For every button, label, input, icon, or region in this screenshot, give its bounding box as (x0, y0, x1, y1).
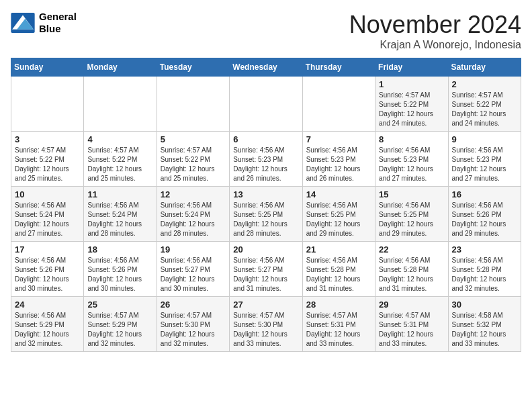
day-number: 14 (306, 189, 371, 199)
calendar-cell: 30Sunrise: 4:58 AM Sunset: 5:32 PM Dayli… (448, 297, 521, 352)
cell-info: Sunrise: 4:57 AM Sunset: 5:22 PM Dayligh… (452, 91, 517, 128)
calendar-cell: 23Sunrise: 4:56 AM Sunset: 5:28 PM Dayli… (448, 242, 521, 297)
cell-info: Sunrise: 4:57 AM Sunset: 5:29 PM Dayligh… (87, 311, 152, 349)
day-number: 4 (87, 134, 152, 144)
calendar-week-4: 17Sunrise: 4:56 AM Sunset: 5:26 PM Dayli… (11, 242, 521, 297)
calendar-week-3: 10Sunrise: 4:56 AM Sunset: 5:24 PM Dayli… (11, 187, 521, 242)
day-number: 13 (233, 189, 298, 199)
day-number: 18 (87, 244, 152, 255)
day-number: 29 (379, 300, 444, 310)
calendar-cell: 17Sunrise: 4:56 AM Sunset: 5:26 PM Dayli… (11, 242, 84, 297)
calendar-cell: 21Sunrise: 4:56 AM Sunset: 5:28 PM Dayli… (302, 242, 375, 297)
calendar-table: SundayMondayTuesdayWednesdayThursdayFrid… (11, 58, 521, 352)
day-number: 17 (15, 244, 80, 255)
day-number: 22 (379, 244, 444, 255)
calendar-cell: 19Sunrise: 4:56 AM Sunset: 5:27 PM Dayli… (157, 242, 229, 297)
day-number: 10 (15, 189, 80, 199)
cell-info: Sunrise: 4:56 AM Sunset: 5:28 PM Dayligh… (452, 256, 517, 293)
day-number: 27 (233, 300, 298, 310)
cell-info: Sunrise: 4:56 AM Sunset: 5:26 PM Dayligh… (87, 256, 152, 293)
day-number: 6 (233, 134, 298, 144)
calendar-cell: 20Sunrise: 4:56 AM Sunset: 5:27 PM Dayli… (230, 242, 302, 297)
cell-info: Sunrise: 4:56 AM Sunset: 5:27 PM Dayligh… (161, 256, 226, 293)
calendar-cell: 15Sunrise: 4:56 AM Sunset: 5:25 PM Dayli… (375, 187, 448, 242)
day-header-saturday: Saturday (448, 58, 521, 77)
day-header-monday: Monday (84, 58, 157, 77)
day-number: 20 (233, 244, 298, 255)
calendar-cell (302, 77, 375, 132)
day-number: 19 (161, 244, 226, 255)
calendar-cell: 12Sunrise: 4:56 AM Sunset: 5:24 PM Dayli… (157, 187, 229, 242)
day-number: 30 (452, 300, 517, 310)
cell-info: Sunrise: 4:56 AM Sunset: 5:23 PM Dayligh… (306, 146, 371, 183)
cell-info: Sunrise: 4:56 AM Sunset: 5:29 PM Dayligh… (15, 311, 80, 349)
calendar-week-5: 24Sunrise: 4:56 AM Sunset: 5:29 PM Dayli… (11, 297, 521, 352)
month-title: November 2024 (349, 11, 521, 39)
cell-info: Sunrise: 4:56 AM Sunset: 5:28 PM Dayligh… (306, 256, 371, 293)
calendar-cell: 11Sunrise: 4:56 AM Sunset: 5:24 PM Dayli… (84, 187, 157, 242)
calendar-cell: 2Sunrise: 4:57 AM Sunset: 5:22 PM Daylig… (448, 77, 521, 132)
calendar-cell: 1Sunrise: 4:57 AM Sunset: 5:22 PM Daylig… (375, 77, 448, 132)
calendar-cell: 25Sunrise: 4:57 AM Sunset: 5:29 PM Dayli… (84, 297, 157, 352)
logo: General Blue (11, 11, 77, 35)
calendar-cell: 28Sunrise: 4:57 AM Sunset: 5:31 PM Dayli… (302, 297, 375, 352)
day-header-thursday: Thursday (302, 58, 375, 77)
calendar-cell: 8Sunrise: 4:56 AM Sunset: 5:23 PM Daylig… (375, 132, 448, 187)
day-number: 5 (161, 134, 226, 144)
day-number: 15 (379, 189, 444, 199)
cell-info: Sunrise: 4:57 AM Sunset: 5:22 PM Dayligh… (161, 146, 226, 183)
calendar-cell: 10Sunrise: 4:56 AM Sunset: 5:24 PM Dayli… (11, 187, 84, 242)
calendar-cell: 4Sunrise: 4:57 AM Sunset: 5:22 PM Daylig… (84, 132, 157, 187)
calendar-cell (84, 77, 157, 132)
calendar-cell: 22Sunrise: 4:56 AM Sunset: 5:28 PM Dayli… (375, 242, 448, 297)
title-area: November 2024 Krajan A Wonorejo, Indones… (349, 11, 521, 51)
cell-info: Sunrise: 4:56 AM Sunset: 5:24 PM Dayligh… (15, 201, 80, 238)
calendar-cell: 13Sunrise: 4:56 AM Sunset: 5:25 PM Dayli… (230, 187, 302, 242)
calendar-cell: 5Sunrise: 4:57 AM Sunset: 5:22 PM Daylig… (157, 132, 229, 187)
day-number: 12 (161, 189, 226, 199)
calendar-cell: 18Sunrise: 4:56 AM Sunset: 5:26 PM Dayli… (84, 242, 157, 297)
day-number: 24 (15, 300, 80, 310)
day-number: 2 (452, 79, 517, 89)
location-title: Krajan A Wonorejo, Indonesia (349, 39, 521, 51)
cell-info: Sunrise: 4:56 AM Sunset: 5:23 PM Dayligh… (452, 146, 517, 183)
calendar-cell: 14Sunrise: 4:56 AM Sunset: 5:25 PM Dayli… (302, 187, 375, 242)
cell-info: Sunrise: 4:56 AM Sunset: 5:24 PM Dayligh… (161, 201, 226, 238)
cell-info: Sunrise: 4:56 AM Sunset: 5:28 PM Dayligh… (379, 256, 444, 293)
calendar-header-row: SundayMondayTuesdayWednesdayThursdayFrid… (11, 58, 521, 77)
calendar-cell: 16Sunrise: 4:56 AM Sunset: 5:26 PM Dayli… (448, 187, 521, 242)
calendar-cell: 27Sunrise: 4:57 AM Sunset: 5:30 PM Dayli… (230, 297, 302, 352)
header: General Blue November 2024 Krajan A Wono… (11, 11, 521, 51)
day-number: 21 (306, 244, 371, 255)
calendar-week-2: 3Sunrise: 4:57 AM Sunset: 5:22 PM Daylig… (11, 132, 521, 187)
calendar-cell (230, 77, 302, 132)
cell-info: Sunrise: 4:57 AM Sunset: 5:30 PM Dayligh… (233, 311, 298, 349)
cell-info: Sunrise: 4:56 AM Sunset: 5:25 PM Dayligh… (306, 201, 371, 238)
day-header-friday: Friday (375, 58, 448, 77)
day-number: 7 (306, 134, 371, 144)
cell-info: Sunrise: 4:56 AM Sunset: 5:25 PM Dayligh… (379, 201, 444, 238)
calendar-cell: 26Sunrise: 4:57 AM Sunset: 5:30 PM Dayli… (157, 297, 229, 352)
cell-info: Sunrise: 4:56 AM Sunset: 5:23 PM Dayligh… (379, 146, 444, 183)
day-number: 3 (15, 134, 80, 144)
cell-info: Sunrise: 4:56 AM Sunset: 5:26 PM Dayligh… (15, 256, 80, 293)
calendar-cell: 7Sunrise: 4:56 AM Sunset: 5:23 PM Daylig… (302, 132, 375, 187)
calendar-cell: 29Sunrise: 4:57 AM Sunset: 5:31 PM Dayli… (375, 297, 448, 352)
day-number: 1 (379, 79, 444, 89)
cell-info: Sunrise: 4:57 AM Sunset: 5:22 PM Dayligh… (379, 91, 444, 128)
cell-info: Sunrise: 4:57 AM Sunset: 5:22 PM Dayligh… (87, 146, 152, 183)
cell-info: Sunrise: 4:57 AM Sunset: 5:22 PM Dayligh… (15, 146, 80, 183)
calendar-cell: 9Sunrise: 4:56 AM Sunset: 5:23 PM Daylig… (448, 132, 521, 187)
day-number: 9 (452, 134, 517, 144)
day-header-wednesday: Wednesday (230, 58, 302, 77)
day-number: 23 (452, 244, 517, 255)
day-number: 11 (87, 189, 152, 199)
logo-text: General Blue (39, 11, 77, 35)
calendar-week-1: 1Sunrise: 4:57 AM Sunset: 5:22 PM Daylig… (11, 77, 521, 132)
day-number: 25 (87, 300, 152, 310)
cell-info: Sunrise: 4:57 AM Sunset: 5:30 PM Dayligh… (161, 311, 226, 349)
calendar-cell: 24Sunrise: 4:56 AM Sunset: 5:29 PM Dayli… (11, 297, 84, 352)
day-number: 16 (452, 189, 517, 199)
cell-info: Sunrise: 4:56 AM Sunset: 5:27 PM Dayligh… (233, 256, 298, 293)
day-number: 8 (379, 134, 444, 144)
